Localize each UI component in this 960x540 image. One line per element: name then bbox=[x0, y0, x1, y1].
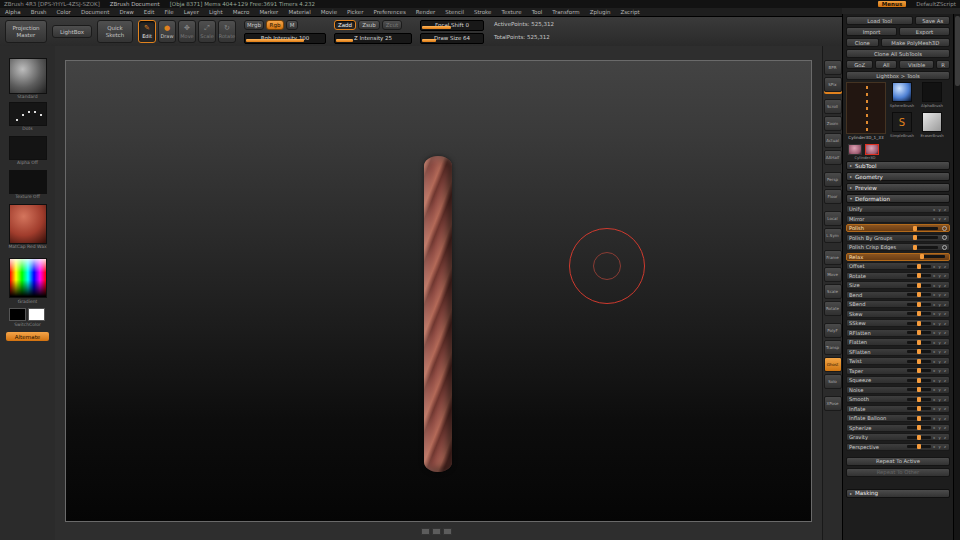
menu-preferences[interactable]: Preferences bbox=[368, 9, 410, 15]
focal-shift-slider[interactable]: Focal Shift 0 bbox=[420, 20, 484, 31]
deformation-spherize[interactable]: Spherizex y z bbox=[846, 424, 950, 432]
deformation-inflate-balloon[interactable]: Inflate Balloonx y z bbox=[846, 414, 950, 422]
deformation-slider-track[interactable] bbox=[907, 322, 931, 325]
panel-scrollbar-thumb[interactable] bbox=[955, 16, 960, 86]
m-button[interactable]: M bbox=[286, 20, 298, 30]
deformation-slider-track[interactable] bbox=[907, 341, 931, 344]
axis-toggles[interactable]: x y z bbox=[933, 435, 947, 440]
geometry-section-header[interactable]: ▸ Geometry bbox=[846, 172, 950, 181]
repeat-to-other-button[interactable]: Repeat To Other bbox=[846, 468, 950, 477]
deformation-slider-dot[interactable] bbox=[917, 311, 921, 316]
deformation-slider-dot[interactable] bbox=[917, 444, 921, 449]
deformation-unify[interactable]: Unifyx y z bbox=[846, 205, 950, 213]
goz-r-button[interactable]: R bbox=[936, 60, 950, 69]
deformation-slider-dot[interactable] bbox=[917, 425, 921, 430]
deformation-polish-crisp-edges[interactable]: Polish Crisp Edges bbox=[846, 243, 950, 251]
axis-toggles[interactable]: x y z bbox=[933, 425, 947, 430]
deformation-perspective[interactable]: Perspectivex y z bbox=[846, 443, 950, 451]
deformation-slider-dot[interactable] bbox=[913, 245, 917, 250]
save-as-button[interactable]: Save As bbox=[915, 16, 950, 25]
strip-rotate-button[interactable]: Rotate bbox=[824, 301, 842, 316]
menu-color[interactable]: Color bbox=[52, 9, 76, 15]
menu-edit[interactable]: Edit bbox=[139, 9, 160, 15]
masking-section-header[interactable]: ▸ Masking bbox=[846, 489, 950, 498]
deformation-slider-track[interactable] bbox=[907, 284, 931, 287]
zadd-button[interactable]: Zadd bbox=[334, 20, 356, 30]
deformation-noise[interactable]: Noisex y z bbox=[846, 386, 950, 394]
strip-solo-button[interactable]: Solo bbox=[824, 374, 842, 389]
deformation-slider-track[interactable] bbox=[907, 265, 931, 268]
strip-zoom-button[interactable]: Zoom bbox=[824, 116, 842, 131]
menu-picker[interactable]: Picker bbox=[342, 9, 368, 15]
menu-movie[interactable]: Movie bbox=[316, 9, 342, 15]
import-button[interactable]: Import bbox=[846, 27, 897, 36]
menus-button[interactable]: Menus bbox=[878, 1, 906, 7]
clone-button[interactable]: Clone bbox=[846, 38, 879, 47]
deformation-slider-track[interactable] bbox=[907, 445, 931, 448]
axis-toggles[interactable]: x y z bbox=[933, 378, 947, 383]
menu-marker[interactable]: Marker bbox=[254, 9, 283, 15]
deformation-slider-track[interactable] bbox=[907, 331, 931, 334]
deformation-slider-dot[interactable] bbox=[917, 330, 921, 335]
deformation-polish-by-groups[interactable]: Polish By Groups bbox=[846, 234, 950, 242]
deformation-slider-track[interactable] bbox=[907, 293, 931, 296]
deformation-slider-dot[interactable] bbox=[917, 349, 921, 354]
deformation-slider-track[interactable] bbox=[907, 379, 931, 382]
strip-local-button[interactable]: Local bbox=[824, 211, 842, 226]
deformation-slider-dot[interactable] bbox=[917, 273, 921, 278]
gradient-label[interactable]: Gradient bbox=[2, 300, 53, 305]
strip-scroll-button[interactable]: Scroll bbox=[824, 99, 842, 114]
draw-size-slider[interactable]: Draw Size 64 bbox=[420, 33, 484, 44]
cylinder3d-thumbnail[interactable] bbox=[848, 144, 862, 155]
deformation-squeeze[interactable]: Squeezex y z bbox=[846, 376, 950, 384]
deformation-slider-track[interactable] bbox=[907, 407, 931, 410]
deformation-flatten[interactable]: Flattenx y z bbox=[846, 338, 950, 346]
projection-master-button[interactable]: Projection Master bbox=[5, 20, 47, 43]
axis-toggles[interactable]: x y z bbox=[933, 330, 947, 335]
make-polymesh3d-button[interactable]: Make PolyMesh3D bbox=[881, 38, 950, 47]
clone-all-subtools-button[interactable]: Clone All SubTools bbox=[846, 49, 950, 58]
deformation-slider-dot[interactable] bbox=[917, 283, 921, 288]
menu-render[interactable]: Render bbox=[411, 9, 441, 15]
axis-toggles[interactable]: x y z bbox=[933, 406, 947, 411]
deformation-slider-track[interactable] bbox=[907, 369, 931, 372]
strip-transp-button[interactable]: Transp bbox=[824, 340, 842, 355]
menu-tool[interactable]: Tool bbox=[527, 9, 548, 15]
deformation-slider-track[interactable] bbox=[907, 303, 931, 306]
deformation-slider-track[interactable] bbox=[907, 426, 931, 429]
deformation-mirror[interactable]: Mirrorx y z bbox=[846, 215, 950, 223]
deformation-slider-dot[interactable] bbox=[917, 368, 921, 373]
deformation-slider-dot[interactable] bbox=[917, 340, 921, 345]
goz-button[interactable]: GoZ bbox=[846, 60, 873, 69]
deformation-slider-dot[interactable] bbox=[913, 226, 917, 231]
deformation-slider-dot[interactable] bbox=[917, 416, 921, 421]
alternate-button[interactable]: Alternate bbox=[6, 332, 49, 341]
axis-toggles[interactable]: x y z bbox=[933, 264, 947, 269]
deformation-slider-track[interactable] bbox=[907, 388, 931, 391]
deformation-size[interactable]: Sizex y z bbox=[846, 281, 950, 289]
canvas-scroll-handle[interactable] bbox=[421, 528, 452, 535]
menu-macro[interactable]: Macro bbox=[228, 9, 255, 15]
deformation-slider-dot[interactable] bbox=[917, 397, 921, 402]
spherebrush-thumbnail[interactable] bbox=[892, 82, 912, 102]
deformation-polish[interactable]: Polish bbox=[846, 224, 950, 232]
deformation-slider-dot[interactable] bbox=[917, 406, 921, 411]
axis-toggles[interactable]: x y z bbox=[933, 368, 947, 373]
current-tool-thumbnail[interactable] bbox=[846, 82, 886, 134]
zsub-button[interactable]: Zsub bbox=[358, 20, 380, 30]
deformation-slider-track[interactable] bbox=[907, 312, 931, 315]
axis-toggles[interactable]: x y z bbox=[933, 283, 947, 288]
move-button[interactable]: ✥ Move bbox=[178, 20, 196, 43]
axis-toggles[interactable]: x y z bbox=[933, 397, 947, 402]
deformation-sflatten[interactable]: SFlattenx y z bbox=[846, 348, 950, 356]
deformation-slider-track[interactable] bbox=[907, 350, 931, 353]
main-color-swatch[interactable] bbox=[9, 308, 26, 321]
deformation-circle-toggle[interactable] bbox=[942, 245, 947, 250]
deformation-inflate[interactable]: Inflatex y z bbox=[846, 405, 950, 413]
menu-zplugin[interactable]: Zplugin bbox=[585, 9, 616, 15]
quick-sketch-button[interactable]: Quick Sketch bbox=[97, 20, 133, 43]
deformation-slider-dot[interactable] bbox=[917, 387, 921, 392]
menu-file[interactable]: File bbox=[159, 9, 178, 15]
axis-toggles[interactable]: x y z bbox=[933, 444, 947, 449]
deformation-slider-track[interactable] bbox=[907, 274, 931, 277]
